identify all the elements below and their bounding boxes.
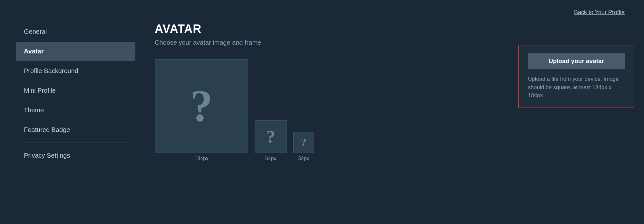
avatar-box-small: ? <box>293 132 314 153</box>
avatar-preview-64: ? 64px <box>255 120 287 162</box>
sidebar-divider <box>24 143 128 143</box>
avatar-size-label-32: 32px <box>298 156 309 162</box>
avatar-preview-184: ? 184px <box>155 59 248 162</box>
avatar-previews: ? 184px ? 64px ? 32px <box>155 59 489 162</box>
top-bar: Back to Your Profile <box>0 0 644 19</box>
avatar-box-medium: ? <box>255 120 287 153</box>
upload-card: Upload your avatar Upload a file from yo… <box>518 45 634 108</box>
page-subtitle: Choose your avatar image and frame. <box>155 39 489 46</box>
sidebar-item-theme[interactable]: Theme <box>16 101 135 120</box>
sidebar-item-avatar[interactable]: Avatar <box>16 42 135 61</box>
avatar-placeholder-small: ? <box>301 136 307 148</box>
avatar-size-label-184: 184px <box>194 156 209 162</box>
page-title: AVATAR <box>155 22 489 36</box>
avatar-placeholder-large: ? <box>190 83 213 128</box>
sidebar: General Avatar Profile Background Mini P… <box>16 19 135 224</box>
avatar-preview-32: ? 32px <box>293 132 314 162</box>
sidebar-item-mini-profile[interactable]: Mini Profile <box>16 81 135 100</box>
back-to-profile-link[interactable]: Back to Your Profile <box>574 9 625 16</box>
avatar-placeholder-medium: ? <box>266 126 275 147</box>
avatar-box-large: ? <box>155 59 248 153</box>
avatar-size-label-64: 64px <box>265 156 277 162</box>
right-panel: Upload your avatar Upload a file from yo… <box>509 19 644 224</box>
upload-description: Upload a file from your device. Image sh… <box>528 75 625 100</box>
sidebar-item-privacy-settings[interactable]: Privacy Settings <box>16 146 135 165</box>
main-content: AVATAR Choose your avatar image and fram… <box>135 19 509 224</box>
page-wrapper: Back to Your Profile General Avatar Prof… <box>0 0 644 224</box>
sidebar-item-general[interactable]: General <box>16 22 135 41</box>
content-area: General Avatar Profile Background Mini P… <box>0 19 644 224</box>
sidebar-item-profile-background[interactable]: Profile Background <box>16 61 135 80</box>
sidebar-item-featured-badge[interactable]: Featured Badge <box>16 120 135 139</box>
upload-avatar-button[interactable]: Upload your avatar <box>528 53 625 69</box>
